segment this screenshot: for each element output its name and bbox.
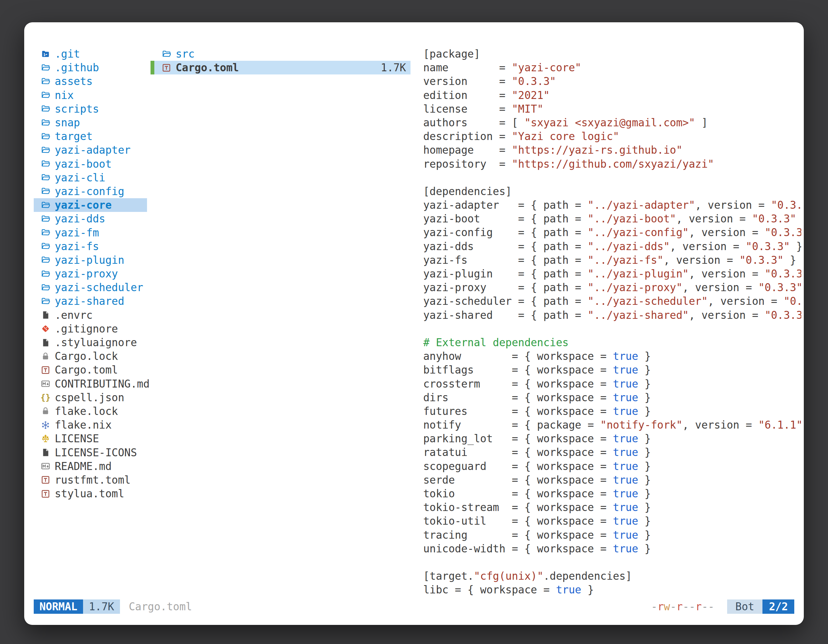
file-name: yazi-cli	[55, 171, 105, 184]
folder-open-icon	[41, 227, 50, 238]
file-row-yazi-shared[interactable]: yazi-shared	[34, 294, 147, 308]
status-bar: NORMAL 1.7K Cargo.toml -rw-r--r-- Bot 2/…	[34, 599, 794, 614]
file-row-stylua.toml[interactable]: stylua.toml	[34, 487, 147, 500]
preview-line: futures = { workspace = true }	[423, 404, 801, 418]
file-row-yazi-cli[interactable]: yazi-cli	[34, 171, 147, 185]
file-row-yazi-fs[interactable]: yazi-fs	[34, 240, 147, 253]
file-name: .styluaignore	[55, 336, 137, 349]
folder-open-icon	[41, 90, 50, 100]
file-row-yazi-fm[interactable]: yazi-fm	[34, 226, 147, 239]
file-row-nix[interactable]: nix	[34, 88, 147, 102]
preview-line: tracing = { workspace = true }	[423, 528, 801, 542]
file-name: README.md	[55, 460, 112, 473]
file-name: yazi-scheduler	[55, 281, 143, 294]
file-row-yazi-plugin[interactable]: yazi-plugin	[34, 253, 147, 267]
file-row-.git[interactable]: .git	[34, 47, 147, 61]
toml-icon	[162, 63, 171, 73]
file-name: assets	[55, 75, 93, 88]
file-name: flake.lock	[55, 405, 118, 417]
file-name: Cargo.toml	[176, 61, 239, 74]
parent-pane[interactable]: .git.githubassetsnixscriptssnaptargetyaz…	[34, 47, 147, 500]
file-row-yazi-proxy[interactable]: yazi-proxy	[34, 267, 147, 280]
file-name: LICENSE-ICONS	[55, 447, 137, 459]
preview-line: description = "Yazi core logic"	[423, 130, 801, 143]
file-row-snap[interactable]: snap	[34, 116, 147, 130]
file-name: Cargo.toml	[55, 364, 118, 376]
file-row-README.md[interactable]: README.md	[34, 459, 147, 473]
file-row-flake.nix[interactable]: flake.nix	[34, 418, 147, 432]
preview-line: yazi-boot = { path = "../yazi-boot", ver…	[423, 212, 801, 226]
preview-line: yazi-plugin = { path = "../yazi-plugin",…	[423, 267, 801, 280]
folder-open-icon	[41, 118, 50, 128]
file-row-scripts[interactable]: scripts	[34, 102, 147, 116]
preview-line: [package]	[423, 47, 801, 61]
toml-icon	[41, 475, 50, 485]
preview-line: authors = [ "sxyazi <sxyazi@gmail.com>" …	[423, 116, 801, 130]
file-row-Cargo.toml[interactable]: Cargo.toml1.7K	[151, 61, 411, 74]
folder-open-icon	[41, 145, 50, 155]
file-name: scripts	[55, 103, 99, 115]
preview-pane[interactable]: [package]name = "yazi-core"version = "0.…	[423, 47, 801, 599]
file-name: yazi-adapter	[55, 144, 130, 156]
json-icon: {}	[41, 392, 50, 403]
file-name: flake.nix	[55, 419, 112, 431]
preview-line: libc = { workspace = true }	[423, 583, 801, 597]
file-row-Cargo.lock[interactable]: Cargo.lock	[34, 349, 147, 363]
preview-line: parking_lot = { workspace = true }	[423, 432, 801, 445]
selection-accent-bar	[151, 61, 154, 74]
status-filename: Cargo.toml	[129, 600, 192, 613]
preview-line: yazi-adapter = { path = "../yazi-adapter…	[423, 198, 801, 212]
file-row-yazi-dds[interactable]: yazi-dds	[34, 212, 147, 226]
file-name: cspell.json	[55, 391, 124, 404]
lock-icon	[41, 406, 50, 416]
file-counter-badge: 2/2	[762, 599, 794, 614]
file-name: target	[55, 130, 93, 143]
scroll-position-badge: Bot	[727, 599, 763, 614]
file-name: yazi-proxy	[55, 268, 118, 280]
file-row-LICENSE[interactable]: LICENSE	[34, 432, 147, 445]
file-row-cspell.json[interactable]: {}cspell.json	[34, 391, 147, 404]
preview-line: yazi-dds = { path = "../yazi-dds", versi…	[423, 240, 801, 253]
preview-line: [dependencies]	[423, 185, 801, 198]
file-row-.gitignore[interactable]: .gitignore	[34, 322, 147, 336]
file-row-.envrc[interactable]: .envrc	[34, 308, 147, 322]
folder-open-icon	[41, 296, 50, 306]
file-row-yazi-core[interactable]: yazi-core	[34, 198, 147, 212]
file-row-LICENSE-ICONS[interactable]: LICENSE-ICONS	[34, 445, 147, 459]
markdown-icon	[41, 379, 50, 389]
file-row-target[interactable]: target	[34, 130, 147, 143]
preview-line: # External dependencies	[423, 336, 801, 349]
lock-icon	[41, 351, 50, 362]
preview-line: ratatui = { workspace = true }	[423, 445, 801, 459]
markdown-icon	[41, 461, 50, 471]
file-name: stylua.toml	[55, 487, 124, 500]
file-row-yazi-adapter[interactable]: yazi-adapter	[34, 143, 147, 157]
file-row-yazi-scheduler[interactable]: yazi-scheduler	[34, 280, 147, 294]
file-row-src[interactable]: src	[151, 47, 411, 61]
preview-line	[423, 171, 801, 185]
license-scales-icon	[41, 434, 50, 444]
preview-line: repository = "https://github.com/sxyazi/…	[423, 157, 801, 171]
file-row-yazi-boot[interactable]: yazi-boot	[34, 157, 147, 171]
file-row-.styluaignore[interactable]: .styluaignore	[34, 336, 147, 349]
file-row-yazi-config[interactable]: yazi-config	[34, 185, 147, 198]
preview-line: crossterm = { workspace = true }	[423, 377, 801, 391]
toml-icon	[41, 365, 50, 375]
file-row-assets[interactable]: assets	[34, 74, 147, 88]
file-row-flake.lock[interactable]: flake.lock	[34, 404, 147, 418]
git-folder-icon	[41, 49, 50, 59]
file-row-rustfmt.toml[interactable]: rustfmt.toml	[34, 473, 147, 487]
preview-line: notify = { package = "notify-fork", vers…	[423, 418, 801, 432]
file-name: .envrc	[55, 309, 93, 321]
preview-line: dirs = { workspace = true }	[423, 391, 801, 404]
file-row-.github[interactable]: .github	[34, 61, 147, 74]
current-pane[interactable]: srcCargo.toml1.7K	[151, 47, 411, 74]
file-icon	[41, 338, 50, 348]
preview-line: yazi-proxy = { path = "../yazi-proxy", v…	[423, 280, 801, 294]
file-row-CONTRIBUTING.md[interactable]: CONTRIBUTING.md	[34, 377, 147, 391]
file-name: .gitignore	[55, 323, 118, 335]
preview-line: license = "MIT"	[423, 102, 801, 116]
file-row-Cargo.toml[interactable]: Cargo.toml	[34, 363, 147, 377]
preview-line: yazi-scheduler = { path = "../yazi-sched…	[423, 294, 801, 308]
folder-open-icon	[41, 255, 50, 265]
